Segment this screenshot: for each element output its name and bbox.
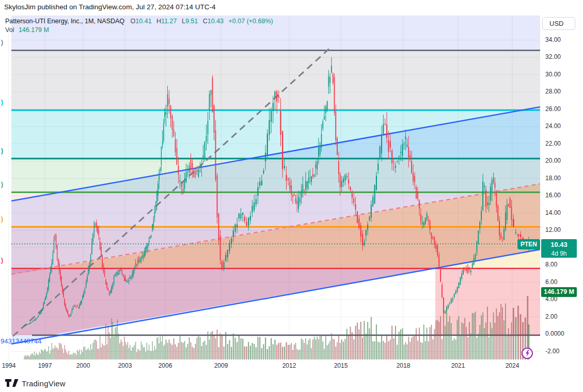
volume-bar: [206, 345, 207, 359]
volume-bar: [68, 354, 68, 359]
candle-body: [291, 185, 292, 194]
volume-bar: [304, 343, 305, 359]
tradingview-logo[interactable]: TradingView: [5, 379, 66, 388]
price-tick: 16.00: [545, 192, 561, 199]
volume-bar: [276, 345, 277, 359]
candle-body: [374, 185, 375, 203]
candle-body: [65, 305, 66, 309]
candle-body: [212, 77, 213, 113]
volume-bar: [87, 349, 87, 359]
candle-body: [157, 184, 158, 195]
candle-body: [87, 276, 87, 281]
volume-bar: [502, 307, 503, 359]
candle-body: [50, 274, 50, 282]
volume-bar: [273, 344, 274, 359]
candle-body: [467, 267, 468, 273]
volume-bar: [328, 343, 329, 359]
symbol-title[interactable]: Patterson-UTI Energy, Inc., 1M, NASDAQ: [5, 18, 124, 25]
candle-body: [54, 240, 54, 252]
candle-body: [141, 258, 141, 261]
volume-bar: [211, 332, 212, 359]
volume-bar: [204, 341, 206, 359]
candle-body: [360, 225, 361, 236]
candle-body: [215, 130, 216, 179]
volume-bar: [149, 344, 149, 359]
candle-body: [62, 286, 62, 292]
candle-body: [124, 277, 124, 281]
volume-bar: [448, 322, 449, 359]
volume-bar: [50, 353, 50, 359]
volume-bar: [57, 348, 57, 359]
candle-body: [423, 222, 424, 226]
volume-bar: [482, 312, 483, 359]
volume-bar: [129, 348, 129, 359]
volume-bar: [229, 340, 230, 359]
volume-bar: [364, 321, 365, 359]
price-axis[interactable]: 34.0032.0030.0028.0026.0024.0022.0020.00…: [541, 15, 583, 373]
volume-bar: [307, 344, 308, 359]
candle-body: [371, 205, 372, 217]
volume-bar: [177, 347, 178, 359]
volume-bar: [492, 328, 493, 359]
candle-body: [30, 322, 30, 323]
currency-button[interactable]: USD: [542, 17, 575, 30]
volume-bar: [144, 347, 145, 359]
volume-bar: [63, 353, 64, 359]
candle-body: [274, 91, 275, 98]
candle-body: [115, 275, 115, 276]
volume-bar: [215, 338, 216, 359]
candle-body: [183, 189, 184, 193]
quick-trade-button[interactable]: [522, 348, 533, 359]
volume-bar: [32, 353, 33, 359]
price-tick: 32.00: [545, 53, 561, 60]
legend-row-volume: Vol 146.179 M: [5, 26, 273, 34]
volume-bar: [329, 341, 330, 359]
candle-body: [40, 312, 41, 314]
volume-bar: [156, 338, 157, 359]
volume-label: Vol: [5, 26, 14, 34]
volume-bar: [142, 345, 143, 359]
candle-body: [376, 176, 377, 190]
volume-bar: [101, 347, 101, 359]
volume-bar: [499, 312, 500, 359]
candle-body: [156, 193, 157, 203]
volume-bar: [152, 341, 152, 359]
candle-body: [61, 276, 61, 285]
candle-body: [246, 222, 247, 226]
candle-body: [358, 218, 359, 228]
volume-bar: [511, 322, 512, 359]
title-bar: SkylosJim published on TradingView.com, …: [0, 0, 583, 15]
candle-body: [324, 116, 325, 119]
candle-body: [159, 173, 159, 181]
price-tick: 30.00: [545, 71, 561, 78]
volume-bar: [162, 336, 163, 359]
candle-body: [114, 276, 114, 284]
price-chart-canvas[interactable]: [0, 15, 540, 360]
candle-body: [92, 234, 93, 241]
candle-body: [452, 299, 453, 301]
candle-body: [511, 207, 512, 220]
candle-body: [201, 166, 202, 168]
candle-body: [391, 151, 392, 164]
candle-body: [314, 175, 315, 176]
volume-bar: [108, 325, 108, 359]
volume-bar: [25, 355, 25, 359]
candle-body: [58, 258, 58, 264]
candle-body: [47, 288, 48, 292]
candle-body: [307, 181, 308, 189]
candle-body: [367, 225, 368, 230]
candle-body: [385, 123, 386, 124]
candle-body: [460, 277, 461, 285]
candle-body: [484, 185, 485, 187]
volume-bar: [90, 344, 91, 359]
candle-body: [383, 124, 384, 134]
volume-bar: [169, 340, 170, 359]
time-tick: 2021: [447, 362, 469, 369]
candle-body: [108, 288, 108, 290]
volume-bar: [62, 348, 62, 359]
candle-body: [311, 177, 312, 182]
volume-bar: [231, 347, 232, 359]
volume-bar: [147, 343, 147, 359]
candle-body: [515, 232, 516, 233]
candle-body: [218, 213, 219, 240]
